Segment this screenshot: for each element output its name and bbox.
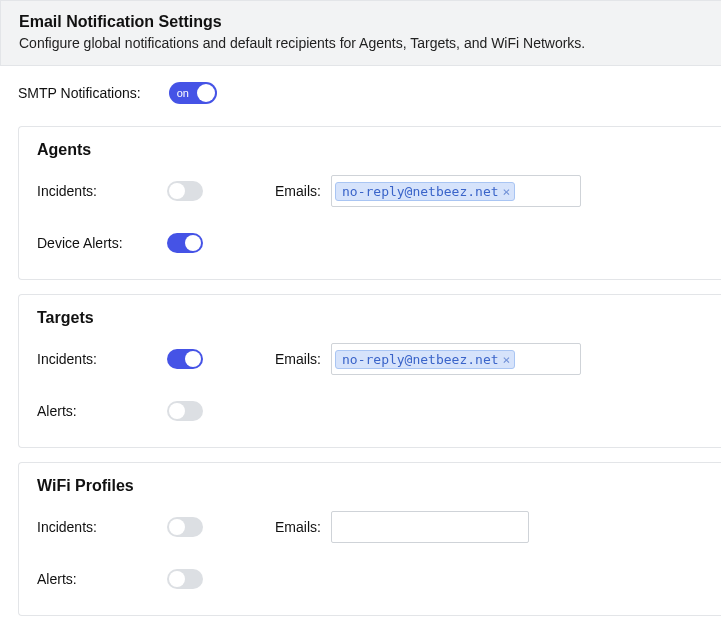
agents-emails-label: Emails:	[275, 183, 331, 199]
wifi-alerts-row: Alerts:	[37, 561, 701, 597]
targets-section: Targets Incidents: Emails: no-reply@netb…	[18, 294, 721, 448]
targets-alerts-label: Alerts:	[37, 403, 167, 419]
wifi-incidents-label: Incidents:	[37, 519, 167, 535]
email-tag-text: no-reply@netbeez.net	[342, 184, 499, 199]
wifi-title: WiFi Profiles	[37, 477, 701, 495]
toggle-knob	[169, 519, 185, 535]
smtp-row: SMTP Notifications: on	[18, 82, 721, 104]
agents-devicealerts-row: Device Alerts:	[37, 225, 701, 261]
targets-incidents-label: Incidents:	[37, 351, 167, 367]
wifi-emails-label: Emails:	[275, 519, 331, 535]
toggle-knob	[169, 571, 185, 587]
agents-emails-input[interactable]: no-reply@netbeez.net ×	[331, 175, 581, 207]
toggle-knob	[197, 84, 215, 102]
targets-emails-label: Emails:	[275, 351, 331, 367]
targets-incidents-row: Incidents: Emails: no-reply@netbeez.net …	[37, 341, 701, 377]
wifi-section: WiFi Profiles Incidents: Emails: Alerts:	[18, 462, 721, 616]
page-title: Email Notification Settings	[19, 13, 703, 31]
targets-alerts-row: Alerts:	[37, 393, 701, 429]
email-tag-text: no-reply@netbeez.net	[342, 352, 499, 367]
agents-devicealerts-toggle[interactable]	[167, 233, 203, 253]
toggle-knob	[169, 403, 185, 419]
targets-title: Targets	[37, 309, 701, 327]
email-tag: no-reply@netbeez.net ×	[335, 182, 515, 201]
targets-emails-text-input[interactable]	[518, 350, 577, 369]
targets-alerts-toggle[interactable]	[167, 401, 203, 421]
toggle-knob	[185, 351, 201, 367]
wifi-emails-input[interactable]	[331, 511, 529, 543]
smtp-toggle[interactable]: on	[169, 82, 217, 104]
page-description: Configure global notifications and defau…	[19, 35, 703, 51]
wifi-emails-text-input[interactable]	[335, 518, 525, 537]
agents-incidents-row: Incidents: Emails: no-reply@netbeez.net …	[37, 173, 701, 209]
remove-email-icon[interactable]: ×	[503, 185, 511, 198]
agents-incidents-toggle[interactable]	[167, 181, 203, 201]
wifi-incidents-row: Incidents: Emails:	[37, 509, 701, 545]
targets-incidents-toggle[interactable]	[167, 349, 203, 369]
agents-section: Agents Incidents: Emails: no-reply@netbe…	[18, 126, 721, 280]
wifi-alerts-label: Alerts:	[37, 571, 167, 587]
agents-incidents-label: Incidents:	[37, 183, 167, 199]
agents-devicealerts-label: Device Alerts:	[37, 235, 167, 251]
toggle-knob	[185, 235, 201, 251]
agents-title: Agents	[37, 141, 701, 159]
targets-emails-input[interactable]: no-reply@netbeez.net ×	[331, 343, 581, 375]
settings-header: Email Notification Settings Configure gl…	[0, 0, 721, 66]
remove-email-icon[interactable]: ×	[503, 353, 511, 366]
email-tag: no-reply@netbeez.net ×	[335, 350, 515, 369]
wifi-alerts-toggle[interactable]	[167, 569, 203, 589]
smtp-label: SMTP Notifications:	[18, 85, 141, 101]
toggle-knob	[169, 183, 185, 199]
smtp-toggle-text: on	[169, 88, 189, 99]
wifi-incidents-toggle[interactable]	[167, 517, 203, 537]
agents-emails-text-input[interactable]	[518, 182, 577, 201]
